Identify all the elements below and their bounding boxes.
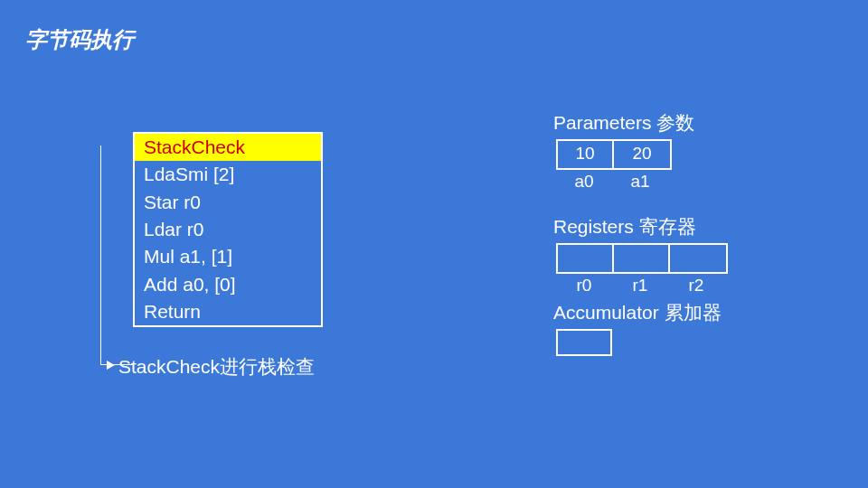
reg-cell-r0 (558, 245, 614, 272)
bytecode-line-1: LdaSmi [2] (135, 161, 321, 188)
bytecode-line-2: Star r0 (135, 189, 321, 216)
slide-title: 字节码执行 (25, 25, 134, 54)
bytecode-line-4: Mul a1, [1] (135, 243, 321, 270)
registers-label: Registers 寄存器 (553, 214, 696, 239)
annotation-text: StackCheck进行栈检查 (118, 354, 315, 380)
parameters-cells: 10 20 (556, 139, 672, 170)
reg-cell-r2 (670, 245, 726, 272)
accumulator-cell (556, 329, 612, 356)
parameters-names: a0 a1 (556, 172, 668, 192)
accumulator-label: Accumulator 累加器 (553, 300, 722, 325)
bytecode-line-0: StackCheck (135, 134, 321, 161)
bytecode-line-3: Ldar r0 (135, 216, 321, 243)
param-cell-a1: 20 (614, 141, 670, 168)
bytecode-line-6: Return (135, 298, 321, 325)
param-name-a0: a0 (556, 172, 612, 192)
reg-cell-r1 (614, 245, 670, 272)
param-name-a1: a1 (612, 172, 668, 192)
registers-cells (556, 243, 728, 274)
annotation-arrow-line (100, 145, 133, 365)
reg-name-r1: r1 (612, 276, 668, 296)
reg-name-r0: r0 (556, 276, 612, 296)
bytecode-listing: StackCheck LdaSmi [2] Star r0 Ldar r0 Mu… (133, 132, 323, 327)
parameters-label: Parameters 参数 (553, 110, 694, 136)
param-cell-a0: 10 (558, 141, 614, 168)
bytecode-line-5: Add a0, [0] (135, 271, 321, 298)
annotation-arrow-head (107, 361, 115, 370)
registers-names: r0 r1 r2 (556, 276, 724, 296)
reg-name-r2: r2 (668, 276, 724, 296)
